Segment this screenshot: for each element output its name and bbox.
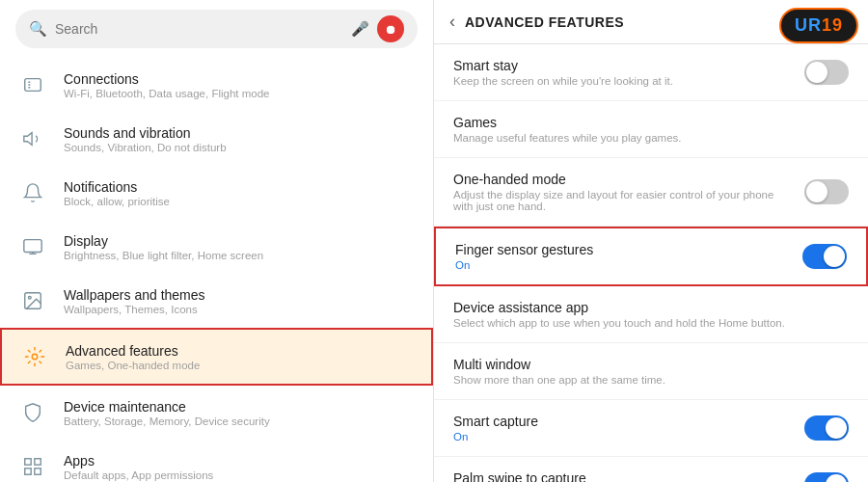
menu-item-notifications[interactable]: Notifications Block, allow, prioritise: [0, 166, 433, 220]
notifications-text: Notifications Block, allow, prioritise: [64, 179, 418, 207]
one-handed-toggle[interactable]: [804, 179, 849, 204]
watermark-blue: UR: [795, 15, 822, 35]
advanced-subtitle: Games, One-handed mode: [66, 360, 416, 371]
advanced-text: Advanced features Games, One-handed mode: [66, 343, 416, 371]
smart-stay-subtitle: Keep the screen on while you're looking …: [453, 75, 793, 87]
device-text: Device maintenance Battery, Storage, Mem…: [64, 399, 418, 427]
sounds-subtitle: Sounds, Vibration, Do not disturb: [64, 142, 418, 153]
games-text: Games Manage useful features while you p…: [453, 115, 849, 144]
games-title: Games: [453, 115, 849, 130]
finger-sensor-title: Finger sensor gestures: [455, 242, 791, 257]
palm-swipe-title: Palm swipe to capture: [453, 470, 793, 482]
search-input[interactable]: [55, 21, 343, 37]
connections-icon: [15, 67, 50, 102]
connections-text: Connections Wi-Fi, Bluetooth, Data usage…: [64, 71, 418, 99]
smart-capture-title: Smart capture: [453, 414, 793, 429]
smart-stay-toggle[interactable]: [804, 60, 849, 85]
svg-rect-8: [35, 469, 41, 474]
finger-sensor-status: On: [455, 259, 791, 271]
record-button[interactable]: ⏺: [377, 15, 404, 42]
connections-subtitle: Wi-Fi, Bluetooth, Data usage, Flight mod…: [64, 88, 418, 99]
right-panel: ‹ ADVANCED FEATURES 🔍 Smart stay Keep th…: [434, 0, 868, 482]
watermark-logo: UR19: [779, 8, 858, 43]
multi-window-text: Multi window Show more than one app at t…: [453, 357, 849, 386]
apps-text: Apps Default apps, App permissions: [64, 453, 418, 481]
advanced-title: Advanced features: [66, 343, 416, 359]
setting-smart-capture[interactable]: Smart capture On: [434, 400, 868, 457]
watermark-text: UR19: [795, 15, 843, 36]
setting-multi-window[interactable]: Multi window Show more than one app at t…: [434, 343, 868, 400]
wallpapers-icon: [15, 283, 50, 318]
display-icon: [15, 229, 50, 264]
sounds-icon: [15, 121, 50, 156]
setting-finger-sensor[interactable]: Finger sensor gestures On: [434, 227, 868, 286]
smart-capture-text: Smart capture On: [453, 414, 793, 442]
mic-icon[interactable]: 🎤: [351, 20, 369, 38]
multi-window-subtitle: Show more than one app at the same time.: [453, 374, 849, 386]
back-arrow-icon[interactable]: ‹: [449, 12, 455, 32]
finger-sensor-text: Finger sensor gestures On: [455, 242, 791, 271]
svg-point-3: [28, 296, 31, 299]
wallpapers-subtitle: Wallpapers, Themes, Icons: [64, 304, 418, 315]
wallpapers-text: Wallpapers and themes Wallpapers, Themes…: [64, 287, 418, 315]
svg-point-4: [32, 354, 38, 360]
finger-sensor-toggle[interactable]: [802, 244, 847, 269]
display-title: Display: [64, 233, 418, 249]
setting-one-handed[interactable]: One-handed mode Adjust the display size …: [434, 158, 868, 227]
page-wrapper: 🔍 🎤 ⏺ Connections Wi-Fi, Bluetooth, Data…: [0, 0, 868, 482]
svg-rect-0: [25, 79, 41, 92]
notifications-title: Notifications: [64, 179, 418, 195]
smart-capture-status: On: [453, 431, 793, 442]
palm-swipe-text: Palm swipe to capture On: [453, 470, 793, 482]
menu-item-wallpapers[interactable]: Wallpapers and themes Wallpapers, Themes…: [0, 274, 433, 328]
svg-rect-1: [24, 240, 41, 253]
palm-swipe-toggle[interactable]: [804, 472, 849, 482]
watermark-orange: 19: [822, 15, 843, 35]
sounds-text: Sounds and vibration Sounds, Vibration, …: [64, 125, 418, 153]
device-subtitle: Battery, Storage, Memory, Device securit…: [64, 415, 418, 427]
notifications-icon: [15, 175, 50, 210]
menu-item-sounds[interactable]: Sounds and vibration Sounds, Vibration, …: [0, 112, 433, 166]
device-title: Device maintenance: [64, 399, 418, 415]
setting-smart-stay[interactable]: Smart stay Keep the screen on while you'…: [434, 44, 868, 101]
right-content: Smart stay Keep the screen on while you'…: [434, 44, 868, 482]
left-panel: 🔍 🎤 ⏺ Connections Wi-Fi, Bluetooth, Data…: [0, 0, 434, 482]
setting-games[interactable]: Games Manage useful features while you p…: [434, 101, 868, 158]
device-assistance-subtitle: Select which app to use when you touch a…: [453, 317, 849, 329]
search-icon: 🔍: [29, 20, 47, 38]
wallpapers-title: Wallpapers and themes: [64, 287, 418, 303]
svg-rect-6: [35, 459, 41, 465]
one-handed-text: One-handed mode Adjust the display size …: [453, 172, 793, 212]
svg-rect-5: [25, 459, 31, 465]
menu-item-connections[interactable]: Connections Wi-Fi, Bluetooth, Data usage…: [0, 58, 433, 112]
menu-item-display[interactable]: Display Brightness, Blue light filter, H…: [0, 220, 433, 274]
setting-palm-swipe[interactable]: Palm swipe to capture On: [434, 457, 868, 482]
apps-title: Apps: [64, 453, 418, 469]
smart-stay-title: Smart stay: [453, 58, 793, 73]
notifications-subtitle: Block, allow, prioritise: [64, 196, 418, 207]
apps-subtitle: Default apps, App permissions: [64, 469, 418, 481]
smart-capture-toggle[interactable]: [804, 415, 849, 441]
menu-item-device[interactable]: Device maintenance Battery, Storage, Mem…: [0, 386, 433, 440]
multi-window-title: Multi window: [453, 357, 849, 372]
display-subtitle: Brightness, Blue light filter, Home scre…: [64, 250, 418, 261]
menu-list: Connections Wi-Fi, Bluetooth, Data usage…: [0, 58, 433, 482]
apps-icon: [15, 449, 50, 482]
svg-rect-7: [25, 469, 31, 474]
right-title: ADVANCED FEATURES: [465, 14, 824, 30]
display-text: Display Brightness, Blue light filter, H…: [64, 233, 418, 261]
device-icon: [15, 395, 50, 430]
sounds-title: Sounds and vibration: [64, 125, 418, 141]
setting-device-assistance[interactable]: Device assistance app Select which app t…: [434, 286, 868, 343]
one-handed-title: One-handed mode: [453, 172, 793, 187]
menu-item-apps[interactable]: Apps Default apps, App permissions: [0, 440, 433, 482]
smart-stay-text: Smart stay Keep the screen on while you'…: [453, 58, 793, 87]
device-assistance-title: Device assistance app: [453, 300, 849, 315]
games-subtitle: Manage useful features while you play ga…: [453, 132, 849, 144]
connections-title: Connections: [64, 71, 418, 87]
device-assistance-text: Device assistance app Select which app t…: [453, 300, 849, 329]
one-handed-subtitle: Adjust the display size and layout for e…: [453, 189, 793, 212]
menu-item-advanced[interactable]: Advanced features Games, One-handed mode: [0, 328, 433, 386]
advanced-icon: [17, 339, 52, 374]
search-bar[interactable]: 🔍 🎤 ⏺: [15, 10, 418, 48]
